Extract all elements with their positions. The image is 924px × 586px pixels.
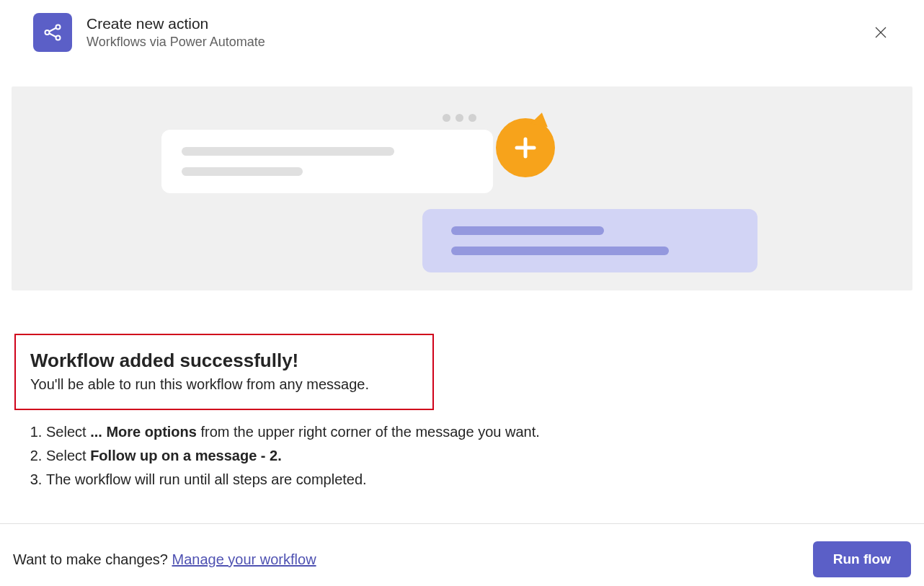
header-text: Create new action Workflows via Power Au… bbox=[86, 14, 856, 51]
content-area: Workflow added successfully! You'll be a… bbox=[0, 290, 924, 492]
dialog-header: Create new action Workflows via Power Au… bbox=[0, 0, 924, 65]
success-subtitle: You'll be able to run this workflow from… bbox=[30, 376, 418, 393]
instruction-steps: Select ... More options from the upper r… bbox=[14, 420, 910, 492]
step-2: Select Follow up on a message - 2. bbox=[46, 444, 910, 468]
dialog-subtitle: Workflows via Power Automate bbox=[86, 33, 856, 51]
dialog-title: Create new action bbox=[86, 14, 856, 33]
ellipsis-icon bbox=[443, 114, 476, 122]
step-3: The workflow will run until all steps ar… bbox=[46, 468, 910, 492]
manage-workflow-link[interactable]: Manage your workflow bbox=[172, 551, 316, 567]
success-title: Workflow added successfully! bbox=[30, 350, 418, 372]
svg-line-4 bbox=[49, 33, 56, 37]
step-1: Select ... More options from the upper r… bbox=[46, 420, 910, 444]
svg-line-3 bbox=[49, 28, 56, 32]
footer-prompt: Want to make changes? Manage your workfl… bbox=[13, 551, 316, 568]
plus-badge-icon bbox=[496, 118, 555, 177]
success-highlight-box: Workflow added successfully! You'll be a… bbox=[14, 334, 434, 410]
svg-point-0 bbox=[45, 30, 50, 35]
svg-point-2 bbox=[56, 36, 61, 40]
run-flow-button[interactable]: Run flow bbox=[813, 541, 911, 577]
hero-illustration bbox=[12, 86, 912, 290]
dialog-footer: Want to make changes? Manage your workfl… bbox=[0, 523, 924, 586]
close-button[interactable] bbox=[871, 22, 891, 43]
workflow-app-icon bbox=[33, 13, 72, 52]
illustration-bubble-outgoing bbox=[422, 209, 758, 272]
close-icon bbox=[874, 25, 888, 40]
illustration-bubble-incoming bbox=[161, 130, 493, 193]
svg-point-1 bbox=[56, 25, 61, 30]
